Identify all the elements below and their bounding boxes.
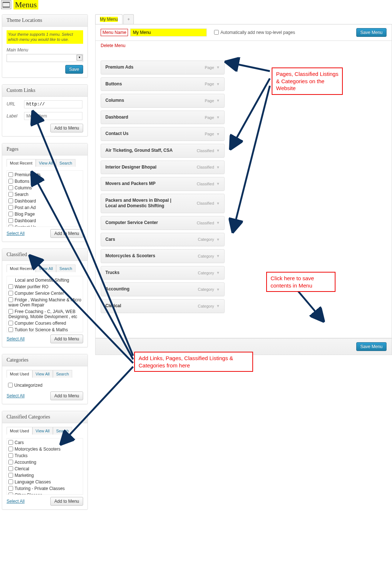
classified-categories-select-all[interactable]: Select All <box>7 499 24 504</box>
menu-item[interactable]: Packers and Movers in Bhopal | Local and… <box>101 194 225 213</box>
checkbox[interactable] <box>8 309 13 314</box>
chevron-down-icon[interactable]: ▼ <box>216 201 220 205</box>
menu-name-input[interactable] <box>130 28 207 36</box>
menu-item[interactable]: Air Ticketing, Ground Staff, CSAClassifi… <box>101 144 225 158</box>
chevron-down-icon[interactable]: ▼ <box>216 254 220 258</box>
checkbox[interactable] <box>8 327 13 332</box>
list-item[interactable]: Clerical <box>8 466 81 472</box>
pages-select-all[interactable]: Select All <box>7 231 24 236</box>
checkbox[interactable] <box>8 460 13 464</box>
list-item[interactable]: Tuition for Science & Maths <box>8 327 81 332</box>
list-item[interactable]: Columns <box>8 185 81 191</box>
list-item[interactable]: Fridge , Washing Machine & Micro wave Ov… <box>8 297 81 308</box>
main-menu-select[interactable] <box>7 54 83 62</box>
list-item[interactable]: Trucks <box>8 452 81 459</box>
url-input[interactable] <box>24 100 82 108</box>
menu-item[interactable]: Premium AdsPage▼ <box>101 61 225 74</box>
categories-select-all[interactable]: Select All <box>7 393 24 398</box>
chevron-down-icon[interactable]: ▼ <box>216 238 220 242</box>
chevron-down-icon[interactable]: ▼ <box>216 99 220 103</box>
categories-add-button[interactable]: Add to Menu <box>50 391 83 400</box>
pages-add-button[interactable]: Add to Menu <box>50 229 83 238</box>
list-item[interactable]: Water purifier RO <box>8 283 81 290</box>
theme-locations-save-button[interactable]: Save <box>65 65 83 74</box>
chevron-down-icon[interactable]: ▼ <box>216 182 220 186</box>
list-item[interactable]: Search <box>8 191 81 198</box>
list-item[interactable]: Free Coaching - C, JAVA, WEB Designing, … <box>8 308 81 320</box>
checkbox[interactable] <box>8 321 13 325</box>
list-item[interactable]: Accounting <box>8 459 81 466</box>
custom-links-add-button[interactable]: Add to Menu <box>50 124 83 132</box>
menu-item[interactable]: AccountingCategory▼ <box>101 282 225 296</box>
tab-most-recent[interactable]: Most Recent <box>10 161 32 165</box>
menu-item[interactable]: DashboardPage▼ <box>101 111 225 124</box>
checkbox[interactable] <box>8 225 13 227</box>
checkbox[interactable] <box>8 192 13 197</box>
menu-item[interactable]: Movers and Packers MPClassified▼ <box>101 177 225 191</box>
tab-view-all[interactable]: View All <box>36 429 50 433</box>
checkbox[interactable] <box>8 284 13 289</box>
chevron-down-icon[interactable]: ▼ <box>216 221 220 225</box>
list-item[interactable]: Post an Ad <box>8 204 81 211</box>
checkbox[interactable] <box>8 198 13 203</box>
tab-search[interactable]: Search <box>59 266 72 271</box>
list-item[interactable]: Premium Ads <box>8 171 81 178</box>
checkbox[interactable] <box>8 447 13 451</box>
checkbox[interactable] <box>8 218 13 223</box>
list-item[interactable]: Marketing <box>8 472 81 479</box>
list-item[interactable]: Computer Courses offered <box>8 320 81 327</box>
checkbox[interactable] <box>8 297 13 302</box>
chevron-down-icon[interactable]: ▼ <box>216 115 220 119</box>
menu-item[interactable]: ButtonsPage▼ <box>101 77 225 91</box>
checkbox[interactable] <box>8 291 13 296</box>
menu-item[interactable]: ColumnsPage▼ <box>101 94 225 108</box>
tab-view-all[interactable]: View All <box>39 161 53 165</box>
menu-tab-active[interactable]: My Menu <box>95 14 123 24</box>
list-item[interactable]: Computer Service Center <box>8 290 81 297</box>
list-item[interactable]: Dashboard <box>8 198 81 204</box>
classified-checklist[interactable]: Local and Domestic ShiftingWater purifie… <box>7 276 83 332</box>
categories-checklist[interactable]: Uncategorized <box>7 381 83 389</box>
checkbox[interactable] <box>8 479 13 484</box>
checkbox[interactable] <box>8 453 13 458</box>
tab-search[interactable]: Search <box>56 429 69 433</box>
chevron-down-icon[interactable]: ▼ <box>216 165 220 169</box>
menu-item[interactable]: Computer Service CenterClassified▼ <box>101 216 225 230</box>
tab-view-all[interactable]: View All <box>36 372 50 376</box>
checkbox[interactable] <box>8 473 13 478</box>
checkbox[interactable] <box>8 205 13 210</box>
chevron-down-icon[interactable]: ▼ <box>216 271 220 275</box>
checkbox[interactable] <box>8 440 13 445</box>
label-input[interactable] <box>24 112 82 120</box>
list-item[interactable]: Dashboard <box>8 217 81 224</box>
chevron-down-icon[interactable]: ▼ <box>216 82 220 86</box>
checkbox[interactable] <box>8 383 13 387</box>
chevron-down-icon[interactable]: ▼ <box>216 132 220 136</box>
tab-most-used[interactable]: Most Used <box>10 372 29 376</box>
chevron-down-icon[interactable]: ▼ <box>216 304 220 308</box>
list-item[interactable]: Buttons <box>8 178 81 185</box>
classified-categories-add-button[interactable]: Add to Menu <box>50 497 83 506</box>
chevron-down-icon[interactable]: ▼ <box>216 148 220 153</box>
menu-item[interactable]: Interior Designer BhopalClassified▼ <box>101 161 225 174</box>
list-item[interactable]: Language Classes <box>8 479 81 485</box>
checkbox[interactable] <box>8 172 13 177</box>
list-item[interactable]: Motorcycles & Scooters <box>8 446 81 452</box>
tab-search[interactable]: Search <box>56 372 69 376</box>
checkbox[interactable] <box>8 466 13 471</box>
save-menu-bottom-button[interactable]: Save Menu <box>356 342 387 351</box>
checkbox[interactable] <box>8 212 13 216</box>
menu-tab-add[interactable]: + <box>123 14 134 24</box>
menu-item[interactable]: Contact UsPage▼ <box>101 127 225 141</box>
tab-search[interactable]: Search <box>59 161 72 165</box>
menu-item[interactable]: ClericalCategory▼ <box>101 299 225 313</box>
classified-categories-checklist[interactable]: CarsMotorcycles & ScootersTrucksAccounti… <box>7 438 83 495</box>
list-item[interactable]: Contact Us <box>8 224 81 227</box>
tab-most-used[interactable]: Most Used <box>10 429 29 433</box>
checkbox[interactable] <box>8 185 13 190</box>
checkbox[interactable] <box>8 179 13 184</box>
menu-item[interactable]: CarsCategory▼ <box>101 233 225 247</box>
list-item[interactable]: Blog Page <box>8 211 81 217</box>
chevron-down-icon[interactable]: ▼ <box>216 65 220 69</box>
list-item[interactable]: Cars <box>8 439 81 446</box>
